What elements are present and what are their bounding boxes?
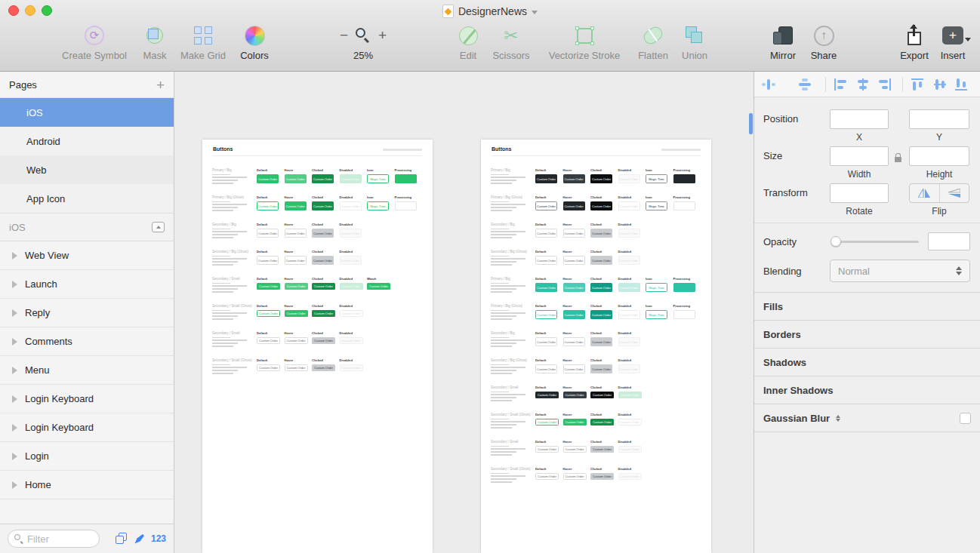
specimen-button[interactable]: Custom Order — [535, 337, 557, 346]
page-row-android[interactable]: Android — [0, 127, 174, 155]
share-button[interactable]: ↑ Share — [787, 21, 860, 66]
specimen-button[interactable]: Custom Order — [285, 337, 308, 344]
disclosure-triangle-icon[interactable] — [12, 252, 17, 260]
specimen-button[interactable]: Custom Order — [590, 419, 614, 426]
specimen-button[interactable]: Magic Time — [646, 174, 667, 183]
align-middle-vertical-icon[interactable] — [934, 78, 948, 91]
rotate-input[interactable] — [830, 183, 889, 203]
disclosure-triangle-icon[interactable] — [12, 338, 17, 346]
specimen-button[interactable]: Custom Order — [285, 174, 307, 183]
specimen-button[interactable]: Magic Time — [646, 201, 667, 210]
layer-row-reply[interactable]: Reply — [0, 299, 174, 327]
specimen-button[interactable]: Custom Order — [618, 283, 640, 292]
specimen-button[interactable]: Custom Order — [590, 446, 614, 453]
specimen-button[interactable]: Custom Order — [563, 201, 585, 210]
artboard-buttons-2[interactable]: ButtonsPrimary / BigDefaultCustom OrderH… — [481, 140, 711, 553]
opacity-input[interactable] — [928, 232, 970, 250]
specimen-button[interactable]: Custom Order — [563, 256, 585, 265]
specimen-button[interactable]: Custom Order — [618, 201, 640, 210]
specimen-button[interactable] — [673, 201, 695, 210]
title-chevron-icon[interactable] — [532, 11, 538, 14]
specimen-button[interactable]: Custom Order — [590, 229, 612, 238]
specimen-button[interactable]: Custom Order — [590, 256, 612, 265]
specimen-button[interactable]: Custom Order — [285, 201, 307, 210]
canvas[interactable]: ButtonsPrimary / BigDefaultCustom OrderH… — [174, 72, 753, 553]
specimen-button[interactable]: Custom Order — [535, 229, 557, 238]
scissors-button[interactable]: ✂ Scissors — [475, 21, 547, 66]
blur-type-stepper-icon[interactable] — [836, 415, 840, 422]
layer-row-home[interactable]: Home — [0, 471, 174, 499]
specimen-button[interactable]: Custom Order — [535, 283, 557, 292]
specimen-button[interactable]: Custom Order — [285, 229, 307, 238]
specimen-button[interactable]: Custom Order — [618, 392, 642, 398]
collapse-symbols-icon[interactable] — [152, 222, 165, 232]
disclosure-triangle-icon[interactable] — [12, 281, 17, 288]
specimen-button[interactable]: Custom Order — [340, 364, 363, 371]
style-section-fills[interactable]: Fills — [754, 292, 980, 320]
canvas-scrollbar[interactable] — [749, 113, 753, 134]
align-center-horizontal-icon[interactable] — [856, 78, 870, 91]
distribute-vertically-icon[interactable] — [798, 78, 812, 91]
specimen-button[interactable] — [395, 174, 417, 183]
specimen-button[interactable]: Custom Order — [535, 201, 557, 210]
filter-box[interactable] — [8, 530, 100, 548]
specimen-button[interactable] — [395, 201, 417, 210]
align-right-icon[interactable] — [877, 78, 891, 91]
specimen-button[interactable]: Custom Order — [312, 229, 334, 238]
specimen-button[interactable]: Custom Order — [618, 364, 640, 373]
disclosure-triangle-icon[interactable] — [12, 424, 17, 432]
style-section-gaussian-blur[interactable]: Gaussian Blur — [754, 404, 980, 432]
specimen-button[interactable]: Custom Order — [563, 310, 585, 319]
specimen-button[interactable]: Custom Order — [590, 337, 612, 346]
specimen-button[interactable]: Custom Order — [340, 337, 363, 344]
disclosure-triangle-icon[interactable] — [12, 481, 17, 489]
specimen-button[interactable]: Custom Order — [535, 256, 557, 265]
specimen-button[interactable]: Custom Order — [618, 473, 642, 480]
colors-button[interactable]: Colors — [218, 21, 291, 66]
flip-vertical-button[interactable] — [940, 184, 969, 202]
specimen-button[interactable]: Custom Order — [340, 174, 362, 183]
specimen-button[interactable] — [673, 310, 695, 319]
align-top-icon[interactable] — [911, 78, 925, 91]
specimen-button[interactable]: Custom Order — [257, 174, 279, 183]
specimen-button[interactable]: Custom Order — [312, 201, 334, 210]
specimen-button[interactable]: Custom Order — [312, 256, 334, 265]
lock-aspect-icon[interactable] — [895, 157, 901, 162]
page-row-web[interactable]: Web — [0, 155, 174, 184]
specimen-button[interactable]: Custom Order — [340, 229, 362, 238]
specimen-button[interactable]: Custom Order — [563, 419, 587, 426]
specimen-button[interactable]: Custom Order — [340, 283, 363, 290]
specimen-button[interactable]: Custom Order — [312, 283, 335, 290]
specimen-button[interactable] — [673, 174, 695, 183]
specimen-button[interactable]: Custom Order — [563, 364, 585, 373]
insert-dropdown-icon[interactable] — [965, 38, 971, 41]
specimen-button[interactable]: Custom Order — [285, 364, 308, 371]
disclosure-triangle-icon[interactable] — [12, 453, 17, 460]
specimen-button[interactable]: Custom Order — [563, 283, 585, 292]
specimen-button[interactable]: Custom Order — [563, 337, 585, 346]
specimen-button[interactable]: Custom Order — [535, 473, 559, 480]
specimen-button[interactable]: Custom Order — [590, 201, 612, 210]
specimen-button[interactable]: Custom Order — [618, 446, 642, 453]
specimen-button[interactable]: Custom Order — [257, 229, 279, 238]
width-input[interactable] — [830, 146, 889, 166]
specimen-button[interactable]: Custom Order — [535, 174, 557, 183]
specimen-button[interactable]: Custom Order — [257, 310, 280, 317]
specimen-button[interactable]: Magic Time — [367, 201, 389, 210]
specimen-button[interactable] — [673, 283, 695, 292]
position-x-input[interactable] — [830, 109, 889, 129]
style-section-borders[interactable]: Borders — [754, 320, 980, 348]
specimen-button[interactable]: Magic Time — [367, 174, 389, 183]
specimen-button[interactable]: Custom Order — [257, 201, 279, 210]
zoom-in-button[interactable]: + — [378, 27, 387, 44]
artboard-buttons-1[interactable]: ButtonsPrimary / BigDefaultCustom OrderH… — [202, 140, 433, 553]
specimen-button[interactable]: Custom Order — [285, 310, 308, 317]
disclosure-triangle-icon[interactable] — [12, 367, 17, 374]
specimen-button[interactable]: Custom Order — [285, 283, 308, 290]
layer-row-menu[interactable]: Menu — [0, 356, 174, 385]
layer-row-login-keyboard[interactable]: Login Keyboard — [0, 385, 174, 413]
pen-icon[interactable] — [134, 533, 145, 545]
specimen-button[interactable]: Custom Order — [590, 364, 612, 373]
specimen-button[interactable]: Custom Order — [535, 310, 557, 319]
specimen-button[interactable]: Custom Order — [535, 419, 559, 426]
